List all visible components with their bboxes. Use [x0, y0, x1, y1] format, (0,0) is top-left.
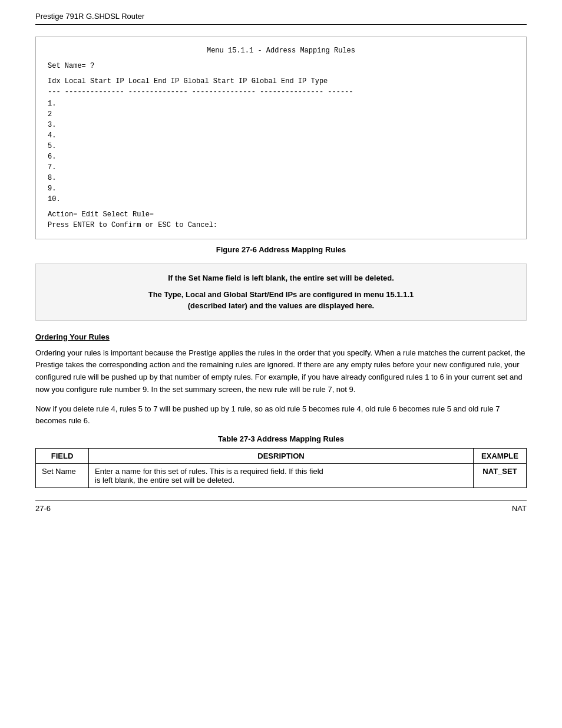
note-suffix: field is left blank, the entire set will…: [223, 274, 394, 282]
menu-separator: --- -------------- -------------- ------…: [48, 87, 514, 97]
menu-row-10: 10.: [48, 194, 514, 205]
menu-row-8: 8.: [48, 173, 514, 183]
note-line2: The Type, Local and Global Start/End IPs…: [48, 289, 514, 312]
cell-field: Set Name: [36, 464, 89, 488]
menu-row-7: 7.: [48, 162, 514, 173]
figure-caption: Figure 27-6 Address Mapping Rules: [35, 245, 527, 254]
paragraph-2: Now if you delete rule 4, rules 5 to 7 w…: [35, 403, 527, 428]
cell-description-cont: is left blank, the entire set will be de…: [95, 476, 234, 485]
cell-example: NAT_SET: [474, 464, 527, 488]
menu-confirm: Press ENTER to Confirm or ESC to Cancel:: [48, 220, 514, 230]
menu-row-6: 6.: [48, 151, 514, 162]
footer-left: 27-6: [35, 504, 51, 513]
col-header-example: EXAMPLE: [474, 449, 527, 464]
note-box: If the Set Name field is left blank, the…: [35, 263, 527, 321]
note-prefix: If the: [168, 274, 189, 282]
menu-columns: Idx Local Start IP Local End IP Global S…: [48, 76, 514, 87]
page-footer: 27-6 NAT: [35, 500, 527, 513]
section-heading: Ordering Your Rules: [35, 332, 527, 341]
menu-action: Action= Edit Select Rule=: [48, 209, 514, 220]
col-header-description: DESRIPTION: [89, 449, 474, 464]
table-row: Set Name Enter a name for this set of ru…: [36, 464, 527, 488]
menu-row-9: 9.: [48, 183, 514, 194]
col-header-field: FIELD: [36, 449, 89, 464]
menu-set-name: Set Name= ?: [48, 61, 514, 71]
menu-box: Menu 15.1.1 - Address Mapping Rules Set …: [35, 37, 527, 239]
cell-description: Enter a name for this set of rules. This…: [89, 464, 474, 488]
page-title: Prestige 791R G.SHDSL Router: [35, 12, 144, 21]
menu-row-4: 4.: [48, 130, 514, 141]
paragraph-1: Ordering your rules is important because…: [35, 347, 527, 396]
table-caption: Table 27-3 Address Mapping Rules: [35, 434, 527, 443]
menu-row-2: 2: [48, 109, 514, 120]
table-header-row: FIELD DESRIPTION EXAMPLE: [36, 449, 527, 464]
page-wrapper: Prestige 791R G.SHDSL Router Menu 15.1.1…: [0, 0, 562, 536]
menu-row-3: 3.: [48, 120, 514, 130]
address-mapping-table: FIELD DESRIPTION EXAMPLE Set Name Enter …: [35, 448, 527, 488]
note-setname-label: Set Name: [189, 274, 223, 282]
menu-title: Menu 15.1.1 - Address Mapping Rules: [48, 45, 514, 56]
footer-right: NAT: [512, 504, 527, 513]
note-line1: If the Set Name field is left blank, the…: [48, 272, 514, 284]
menu-row-5: 5.: [48, 141, 514, 151]
menu-row-1: 1.: [48, 98, 514, 109]
page-header: Prestige 791R G.SHDSL Router: [35, 12, 527, 25]
cell-description-text: Enter a name for this set of rules. This…: [95, 467, 323, 476]
